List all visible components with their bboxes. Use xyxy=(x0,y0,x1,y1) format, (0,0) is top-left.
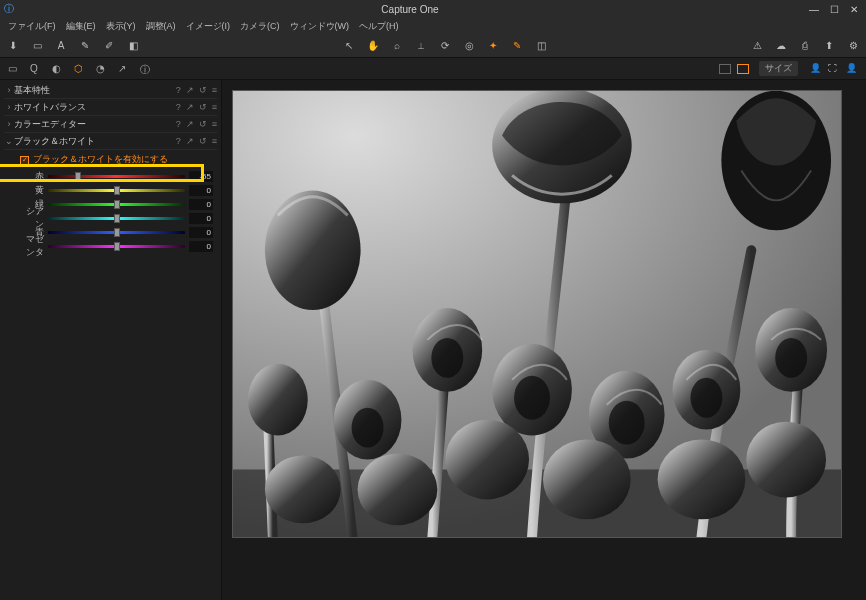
menu-item[interactable]: 編集(E) xyxy=(66,20,96,33)
slider-value[interactable]: 0 xyxy=(189,213,213,224)
slider-track[interactable] xyxy=(48,189,185,192)
view-grid-toggle[interactable] xyxy=(719,64,731,74)
tab-adjust-icon[interactable]: ↗ xyxy=(118,63,130,75)
slider-value[interactable]: -55 xyxy=(189,171,213,182)
keystone-icon[interactable]: ✦ xyxy=(486,39,500,53)
menu-item[interactable]: 調整(A) xyxy=(146,20,176,33)
hand-icon[interactable]: ✋ xyxy=(366,39,380,53)
slider-track[interactable] xyxy=(48,245,185,248)
slider-track[interactable] xyxy=(48,231,185,234)
slider-value[interactable]: 0 xyxy=(189,185,213,196)
print-icon[interactable]: ⎙ xyxy=(798,39,812,53)
slider-track[interactable] xyxy=(48,175,185,178)
chevron-icon: ⌄ xyxy=(4,136,14,146)
slider-value[interactable]: 0 xyxy=(189,199,213,210)
slider-thumb[interactable] xyxy=(114,214,120,223)
eyedropper-icon[interactable]: ✐ xyxy=(102,39,116,53)
slider-thumb[interactable] xyxy=(114,200,120,209)
slider-thumb[interactable] xyxy=(114,186,120,195)
menu-item[interactable]: ウィンドウ(W) xyxy=(290,20,350,33)
menu-icon[interactable]: ≡ xyxy=(212,102,217,112)
auto-icon[interactable]: ↗ xyxy=(186,85,194,95)
slider-value[interactable]: 0 xyxy=(189,227,213,238)
svg-point-13 xyxy=(543,440,631,520)
text-tool-icon[interactable]: A xyxy=(54,39,68,53)
panel-title: ブラック＆ホワイト xyxy=(14,135,176,148)
menu-icon[interactable]: ≡ xyxy=(212,119,217,129)
bw-slider-row: 緑0 xyxy=(20,198,213,210)
slider-value[interactable]: 0 xyxy=(189,241,213,252)
panel-header[interactable]: ›カラーエディター?↗↺≡ xyxy=(4,116,217,132)
menu-icon[interactable]: ≡ xyxy=(212,136,217,146)
menu-bar: ファイル(F)編集(E)表示(Y)調整(A)イメージ(I)カメラ(C)ウィンドウ… xyxy=(0,18,866,34)
auto-icon[interactable]: ↗ xyxy=(186,136,194,146)
bw-slider-row: 赤-55 xyxy=(20,170,213,182)
bw-enable-checkbox[interactable]: ✓ xyxy=(20,156,29,165)
reset-icon[interactable]: ↺ xyxy=(199,102,207,112)
svg-point-18 xyxy=(431,338,463,378)
panel-header[interactable]: ›基本特性?↗↺≡ xyxy=(4,82,217,98)
export-icon[interactable]: ⬆ xyxy=(822,39,836,53)
tab-details-icon[interactable]: ◔ xyxy=(96,63,108,75)
tab-lens-icon[interactable]: Q xyxy=(30,63,42,75)
mask-icon[interactable]: ◧ xyxy=(126,39,140,53)
minimize-button[interactable]: — xyxy=(806,2,822,16)
cloud-icon[interactable]: ☁ xyxy=(774,39,788,53)
tool-sidebar: ›基本特性?↗↺≡›ホワイトバランス?↗↺≡›カラーエディター?↗↺≡⌄ブラック… xyxy=(0,80,222,600)
slider-label: 黄 xyxy=(20,184,44,197)
loupe-icon[interactable]: ⌕ xyxy=(390,39,404,53)
auto-icon[interactable]: ↗ xyxy=(186,102,194,112)
help-icon[interactable]: ? xyxy=(176,119,181,129)
panel-header[interactable]: ›ホワイトバランス?↗↺≡ xyxy=(4,99,217,115)
overlay-icon[interactable]: ◫ xyxy=(534,39,548,53)
compare-icon[interactable]: 👤 xyxy=(846,63,858,75)
folder-icon[interactable]: ▭ xyxy=(30,39,44,53)
menu-item[interactable]: 表示(Y) xyxy=(106,20,136,33)
menu-item[interactable]: イメージ(I) xyxy=(186,20,231,33)
crop-icon[interactable]: ⟂ xyxy=(414,39,428,53)
menu-icon[interactable]: ≡ xyxy=(212,85,217,95)
slider-thumb[interactable] xyxy=(114,242,120,251)
slider-track[interactable] xyxy=(48,217,185,220)
auto-icon[interactable]: ↗ xyxy=(186,119,194,129)
spot-icon[interactable]: ◎ xyxy=(462,39,476,53)
slider-thumb[interactable] xyxy=(114,228,120,237)
maximize-button[interactable]: ☐ xyxy=(826,2,842,16)
app-info-icon: ⓘ xyxy=(4,2,14,16)
tab-color-icon[interactable]: ⬡ xyxy=(74,63,86,75)
preview-image[interactable] xyxy=(232,90,842,538)
close-button[interactable]: ✕ xyxy=(846,2,862,16)
tab-exposure-icon[interactable]: ◐ xyxy=(52,63,64,75)
reset-icon[interactable]: ↺ xyxy=(199,119,207,129)
window-title: Capture One xyxy=(14,4,806,15)
reset-icon[interactable]: ↺ xyxy=(199,136,207,146)
tab-meta-icon[interactable]: ⓘ xyxy=(140,63,152,75)
panel-header[interactable]: ⌄ブラック＆ホワイト?↗↺≡ xyxy=(4,133,217,149)
svg-point-15 xyxy=(746,422,826,498)
svg-point-23 xyxy=(352,408,384,448)
warning-icon[interactable]: ⚠ xyxy=(750,39,764,53)
svg-point-22 xyxy=(775,338,807,378)
reset-icon[interactable]: ↺ xyxy=(199,85,207,95)
slider-track[interactable] xyxy=(48,203,185,206)
menu-item[interactable]: ヘルプ(H) xyxy=(359,20,399,33)
tab-library-icon[interactable]: ▭ xyxy=(8,63,20,75)
brush-icon[interactable]: ✎ xyxy=(78,39,92,53)
help-icon[interactable]: ? xyxy=(176,136,181,146)
user-icon[interactable]: 👤 xyxy=(810,63,822,75)
process-icon[interactable]: ⚙ xyxy=(846,39,860,53)
svg-point-4 xyxy=(265,190,361,310)
fullscreen-icon[interactable]: ⛶ xyxy=(828,63,840,75)
view-single-toggle[interactable] xyxy=(737,64,749,74)
help-icon[interactable]: ? xyxy=(176,85,181,95)
cursor-icon[interactable]: ↖ xyxy=(342,39,356,53)
slider-thumb[interactable] xyxy=(75,172,81,181)
rotate-icon[interactable]: ⟳ xyxy=(438,39,452,53)
adjust-brush-icon[interactable]: ✎ xyxy=(510,39,524,53)
import-icon[interactable]: ⬇ xyxy=(6,39,20,53)
menu-item[interactable]: カメラ(C) xyxy=(240,20,280,33)
menu-item[interactable]: ファイル(F) xyxy=(8,20,56,33)
size-chip[interactable]: サイズ xyxy=(759,61,798,76)
svg-point-16 xyxy=(358,454,438,526)
help-icon[interactable]: ? xyxy=(176,102,181,112)
